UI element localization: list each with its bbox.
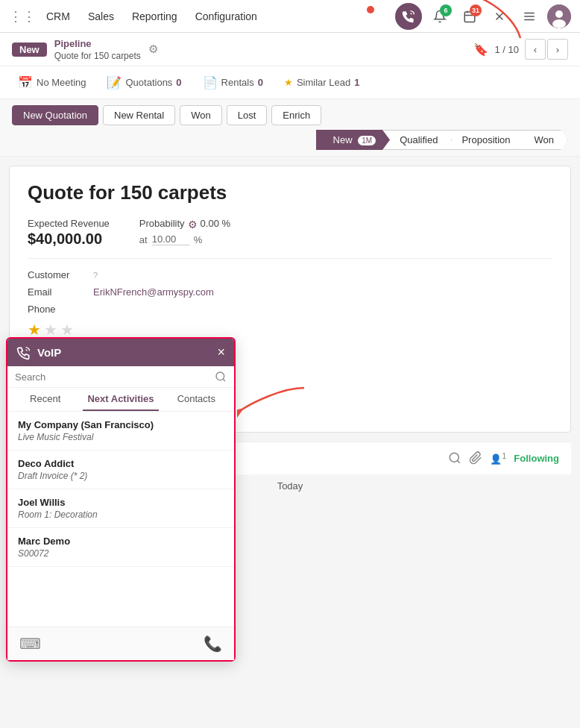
voip-item-sub-2: Room 1: Decoration xyxy=(18,509,224,520)
attachment-icon[interactable] xyxy=(469,451,482,465)
voip-item-2[interactable]: Joel Willis Room 1: Decoration xyxy=(7,489,234,528)
voip-item-sub-3: S00072 xyxy=(18,548,224,559)
bottom-right-icons: 👤1 Following xyxy=(448,451,559,465)
svg-line-17 xyxy=(223,379,225,381)
voip-item-0[interactable]: My Company (San Francisco) Live Music Fe… xyxy=(7,412,234,451)
user-avatar[interactable] xyxy=(547,4,571,28)
voip-item-name-2: Joel Willis xyxy=(18,497,224,508)
grid-icon[interactable]: ⋮⋮ xyxy=(9,8,36,25)
voip-item-1[interactable]: Deco Addict Draft Invoice (* 2) xyxy=(7,451,234,489)
phone-footer-icon[interactable]: 📞 xyxy=(204,635,222,653)
stage-qualified[interactable]: Qualified xyxy=(382,130,452,150)
followers-icon[interactable]: 👤1 xyxy=(490,451,506,465)
lost-button[interactable]: Lost xyxy=(227,105,268,125)
voip-footer: ⌨ 📞 xyxy=(7,627,234,660)
rentals-label: Rentals xyxy=(221,77,254,88)
pipeline-stages: New 1M Qualified Proposition Won xyxy=(316,130,568,150)
revenue-value[interactable]: $40,000.00 xyxy=(28,230,110,248)
breadcrumb-links: Pipeline Quote for 150 carpets xyxy=(54,37,141,61)
star-2[interactable]: ★ xyxy=(44,321,57,339)
enrich-button[interactable]: Enrich xyxy=(271,105,321,125)
voip-close-button[interactable]: × xyxy=(217,345,225,360)
star-icon: ★ xyxy=(284,77,293,88)
quotation-icon: 📝 xyxy=(107,75,122,90)
voip-search-input[interactable] xyxy=(15,371,210,383)
probability-label: Probability xyxy=(139,218,185,229)
revenue-probability-row: Expected Revenue $40,000.00 Probability … xyxy=(28,218,552,248)
rental-icon: 📄 xyxy=(203,75,218,90)
voip-tab-recent[interactable]: Recent xyxy=(7,388,83,411)
voip-tabs: Recent Next Activities Contacts xyxy=(7,388,234,412)
calendar-action-icon: 📅 xyxy=(18,75,33,90)
star-3[interactable]: ★ xyxy=(60,321,74,339)
email-label: Email xyxy=(28,286,87,298)
voip-tab-contacts[interactable]: Contacts xyxy=(159,388,234,411)
customer-help-icon[interactable]: ? xyxy=(93,271,98,280)
voip-icon xyxy=(401,9,416,24)
at-value[interactable]: 10.00 xyxy=(152,233,189,245)
phone-label: Phone xyxy=(28,304,56,315)
nav-sales[interactable]: Sales xyxy=(88,7,114,25)
nav-reporting[interactable]: Reporting xyxy=(132,7,177,25)
voip-item-name-3: Marc Demo xyxy=(18,536,224,547)
email-value[interactable]: ErikNFrench@armyspy.com xyxy=(93,286,214,298)
status-dot xyxy=(365,4,389,28)
voip-header: VoIP × xyxy=(7,339,234,366)
settings-icon[interactable]: ⚙ xyxy=(148,43,158,56)
quotations-button[interactable]: 📝 Quotations 0 xyxy=(101,72,187,92)
voip-tab-next-activities[interactable]: Next Activities xyxy=(83,388,158,411)
voip-search-bar xyxy=(7,366,234,388)
stage-bar: New Quotation New Rental Won Lost Enrich… xyxy=(0,99,580,157)
no-meeting-label: No Meeting xyxy=(37,77,86,88)
svg-point-13 xyxy=(450,454,459,462)
customer-label: Customer xyxy=(28,269,87,280)
breadcrumb-sub: Quote for 150 carpets xyxy=(54,51,141,61)
voip-item-name-1: Deco Addict xyxy=(18,458,224,469)
quotations-count: 0 xyxy=(176,77,181,88)
stage-won[interactable]: Won xyxy=(517,130,569,150)
new-rental-button[interactable]: New Rental xyxy=(103,105,175,125)
phone-field: Phone xyxy=(28,304,552,315)
voip-item-sub-0: Live Music Festival xyxy=(18,432,224,442)
stage-new[interactable]: New 1M xyxy=(316,130,391,150)
pagination-arrows: ‹ › xyxy=(525,39,568,60)
expected-revenue-field: Expected Revenue $40,000.00 xyxy=(28,218,110,248)
following-button[interactable]: Following xyxy=(514,453,559,464)
won-button[interactable]: Won xyxy=(180,105,222,125)
email-field: Email ErikNFrench@armyspy.com xyxy=(28,286,552,298)
action-bar: 📅 No Meeting 📝 Quotations 0 📄 Rentals 0 … xyxy=(0,66,580,99)
breadcrumb-right: 🔖 1 / 10 ‹ › xyxy=(473,39,568,60)
prev-button[interactable]: ‹ xyxy=(525,39,546,60)
online-dot xyxy=(367,6,374,13)
voip-item-name-0: My Company (San Francisco) xyxy=(18,419,224,430)
nav-configuration[interactable]: Configuration xyxy=(195,7,257,25)
keyboard-icon[interactable]: ⌨ xyxy=(19,635,41,653)
no-meeting-button[interactable]: 📅 No Meeting xyxy=(12,72,92,92)
pipeline-link[interactable]: Pipeline xyxy=(54,38,92,49)
divider-1 xyxy=(28,258,552,259)
expected-revenue-label: Expected Revenue xyxy=(28,218,110,229)
rentals-button[interactable]: 📄 Rentals 0 xyxy=(197,72,269,92)
similar-lead-button[interactable]: ★ Similar Lead 1 xyxy=(278,74,366,91)
voip-item-3[interactable]: Marc Demo S00072 xyxy=(7,528,234,567)
new-quotation-button[interactable]: New Quotation xyxy=(12,105,98,125)
svg-point-16 xyxy=(216,372,224,380)
customer-field: Customer ? xyxy=(28,269,552,280)
search-bottom-icon[interactable] xyxy=(448,451,461,465)
stage-proposition[interactable]: Proposition xyxy=(444,130,524,150)
star-1[interactable]: ★ xyxy=(28,321,41,339)
similar-lead-label: Similar Lead xyxy=(297,77,350,88)
arrow-indicator xyxy=(416,0,535,42)
bookmark-icon[interactable]: 🔖 xyxy=(473,43,488,57)
voip-panel: VoIP × Recent Next Activities Contacts M… xyxy=(6,337,236,662)
avatar-icon xyxy=(547,4,571,28)
nav-crm[interactable]: CRM xyxy=(46,7,70,25)
next-button[interactable]: › xyxy=(547,39,568,60)
record-title: Quote for 150 carpets xyxy=(28,181,552,204)
probability-field: Probability ⚙ 0.00 % at 10.00 % xyxy=(139,218,230,248)
probability-gear-icon[interactable]: ⚙ xyxy=(188,219,198,230)
percent-label: % xyxy=(194,234,203,245)
voip-list: My Company (San Francisco) Live Music Fe… xyxy=(7,412,234,567)
rentals-count: 0 xyxy=(258,77,263,88)
probability-value: 0.00 % xyxy=(201,218,230,229)
